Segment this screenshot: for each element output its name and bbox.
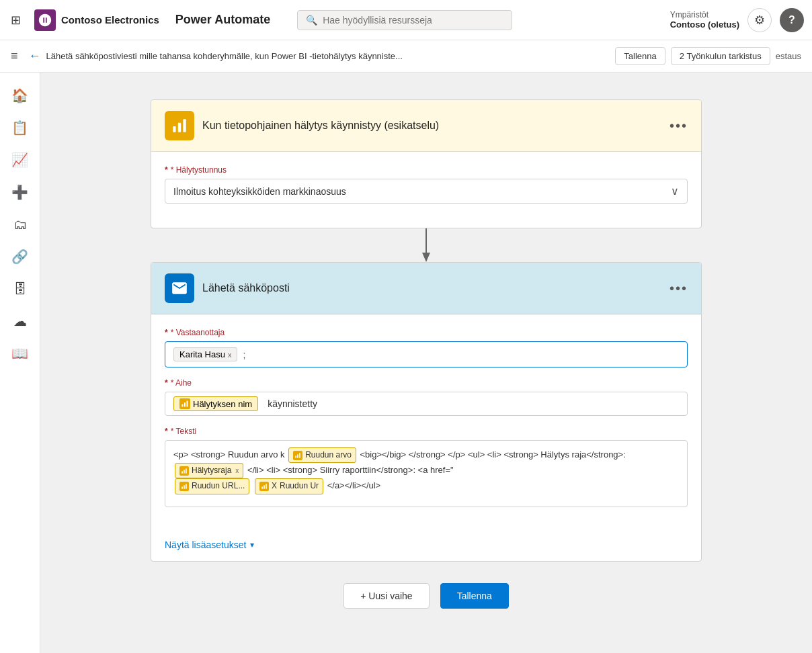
help-button[interactable]: ? [780,8,804,32]
grid-icon[interactable]: ⊞ [8,10,24,30]
flow-status: estaus [776,51,801,61]
save-flow-button[interactable]: Tallenna [440,583,509,609]
badge-icon-2 [179,466,189,476]
recipients-input[interactable]: Karita Hasu x ; [165,341,688,367]
sidebar-item-connectors[interactable]: 🔗 [5,242,35,271]
subject-suffix: käynnistetty [268,398,317,409]
badge-icon-4 [259,482,269,491]
svg-rect-14 [181,486,183,488]
check-label: 2 Työnkulun tarkistus [680,51,762,61]
email-card-menu[interactable]: ••• [669,281,688,296]
svg-rect-11 [181,471,183,473]
mail-icon [171,279,188,297]
alert-threshold-text: Hälytysraja [192,464,231,477]
env-name: Contoso (oletus) [670,19,739,30]
svg-rect-8 [295,455,296,458]
svg-rect-1 [178,123,181,132]
svg-rect-18 [263,485,265,488]
subject-input[interactable]: Hälytyksen nim käynnistetty [165,392,688,416]
save-button[interactable]: Tallenna [615,47,665,65]
trigger-card-menu[interactable]: ••• [669,118,688,134]
alert-id-field: * * Hälytystunnus Ilmoitus kohteyksikköi… [165,165,688,204]
help-icon: ? [788,14,795,26]
alert-id-select[interactable]: Ilmoitus kohteyksikköiden markkinaosuus … [165,179,688,204]
badge-icon-3 [179,482,189,491]
email-card-header: Lähetä sähköposti ••• [151,263,701,314]
alert-threshold-badge[interactable]: Hälytysraja x [175,463,243,478]
sidebar-item-create[interactable]: ➕ [5,177,35,207]
save-flow-label: Tallenna [457,591,492,601]
new-step-button[interactable]: + Uusi vaihe [343,583,429,609]
bottom-actions: + Uusi vaihe Tallenna [343,583,509,609]
flow-connector-arrow [418,228,434,262]
svg-marker-4 [422,253,430,262]
alert-id-value: Ilmoitus kohteyksikköiden markkinaosuus [173,186,671,197]
sidebar-item-monitor[interactable]: ☁ [5,306,35,336]
recipients-field-row: * * Vastaanottaja Karita Hasu x ; [165,328,688,367]
subject-badge: Hälytyksen nim [173,396,258,411]
trigger-icon [165,111,194,140]
show-more-label: Näytä lisäasetukset [165,539,246,550]
tile-url-text-2: Ruudun Ur [280,480,319,492]
subject-label: * * Aihe [165,378,688,388]
nav-logo: Contoso Electronics [34,9,159,31]
chevron-down-icon: ∨ [671,185,679,198]
recipients-label: * * Vastaanottaja [165,328,688,337]
email-card-title: Lähetä sähköposti [202,282,661,294]
logo-text: Contoso Electronics [61,14,159,26]
email-icon [165,273,194,303]
show-more-button[interactable]: Näytä lisäasetukset ▾ [151,531,701,561]
svg-rect-7 [187,401,188,407]
body-label: * * Teksti [165,427,688,436]
body-html-start: <p> <strong> Ruudun arvo k [173,449,285,460]
toolbar-actions: Tallenna 2 Työnkulun tarkistus estaus [615,47,801,65]
settings-icon: ⚙ [754,13,765,28]
trigger-card-header: Kun tietopohjainen hälytys käynnistyy (e… [151,100,701,152]
body-mid1: <big></big> </strong> </p> <ul> <li> <st… [360,449,625,460]
required-star: * [165,165,168,175]
search-input[interactable] [323,15,503,26]
alert-threshold-remove[interactable]: x [235,466,239,476]
recipient-remove-button[interactable]: x [228,351,232,359]
breadcrumb: Lähetä sähköpostiviesti mille tahansa ko… [46,51,610,61]
tile-url-badge-2: X Ruudun Ur [255,478,323,494]
recipient-separator: ; [243,349,245,360]
recipient-tag[interactable]: Karita Hasu x [173,347,237,361]
badge-powerbi-icon [179,398,190,409]
search-icon: 🔍 [306,15,317,26]
svg-rect-12 [184,470,185,473]
top-nav: ⊞ Contoso Electronics Power Automate 🔍 Y… [0,0,812,40]
connector-svg [418,228,434,262]
alert-id-label-text: * Hälytystunnus [171,165,227,175]
sidebar: 🏠 📋 📈 ➕ 🗂 🔗 🗄 ☁ 📖 [0,73,40,653]
trigger-card: Kun tietopohjainen hälytys käynnistyy (e… [151,99,702,228]
email-card: Lähetä sähköposti ••• * * Vastaanottaja … [151,262,702,562]
tile-value-text: Ruudun arvo [305,449,352,462]
svg-rect-19 [266,484,267,489]
svg-rect-9 [297,454,298,458]
trigger-card-title: Kun tietopohjainen hälytys käynnistyy (e… [202,120,661,132]
sidebar-item-templates[interactable]: 🗂 [5,210,35,239]
tile-url-badge-1: Ruudun URL... [175,478,249,494]
svg-rect-6 [184,402,186,407]
check-button[interactable]: 2 Työnkulun tarkistus [671,47,770,65]
svg-rect-0 [173,126,175,132]
sidebar-item-learn[interactable]: 📖 [5,339,35,368]
search-box[interactable]: 🔍 [297,10,512,30]
settings-button[interactable]: ⚙ [747,8,772,32]
badge-icon-svg [181,400,189,408]
back-button[interactable]: ← [29,49,41,63]
environment-selector[interactable]: Ympäristöt Contoso (oletus) [670,10,739,30]
menu-toggle-button[interactable]: ≡ [11,49,18,63]
save-label: Tallenna [624,51,656,61]
new-step-label: + Uusi vaihe [360,591,412,601]
tile-url-x: X [272,480,277,492]
sidebar-item-data[interactable]: 🗄 [5,274,35,304]
body-field-row: * * Teksti <p> <strong> Ruudun arvo k [165,427,688,507]
body-input[interactable]: <p> <strong> Ruudun arvo k Ruudun arvo [165,440,688,507]
sidebar-item-home[interactable]: 🏠 [5,81,35,110]
env-label: Ympäristöt [670,10,708,19]
sidebar-item-analytics[interactable]: 📈 [5,145,35,175]
sidebar-item-flows[interactable]: 📋 [5,113,35,142]
svg-rect-10 [299,453,300,458]
